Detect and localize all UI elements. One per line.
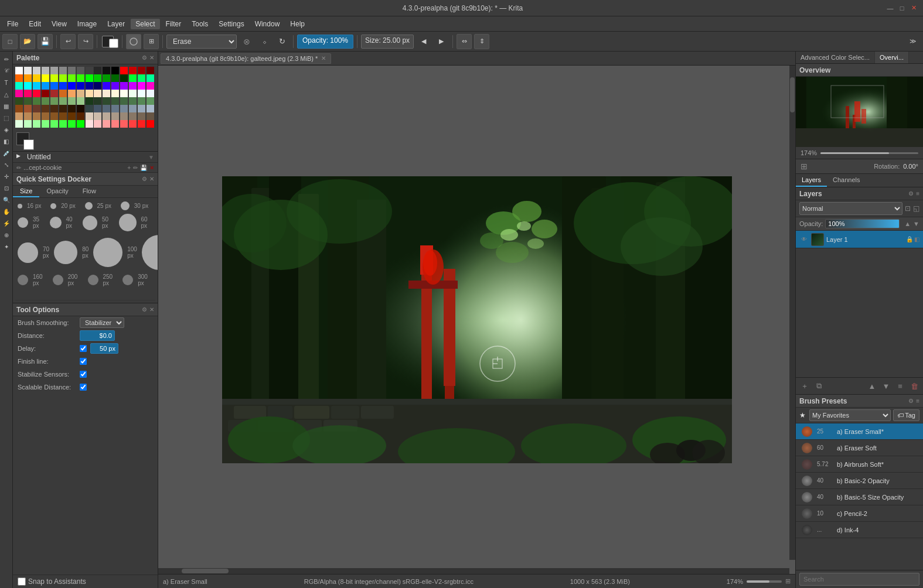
palette-color-68[interactable]: [50, 97, 58, 105]
brush-dot-160[interactable]: [18, 275, 28, 285]
palette-color-76[interactable]: [120, 97, 128, 105]
bg-color-button[interactable]: [109, 39, 118, 48]
menu-view[interactable]: View: [47, 19, 71, 29]
palette-color-124[interactable]: [120, 120, 128, 128]
snap-checkbox[interactable]: [18, 577, 26, 586]
palette-color-99[interactable]: [42, 112, 49, 120]
tab-layers[interactable]: Layers: [796, 174, 827, 187]
palette-color-48[interactable]: [15, 90, 23, 97]
palette-color-33[interactable]: [24, 82, 32, 90]
palette-color-6[interactable]: [68, 67, 76, 74]
tool-shapes[interactable]: △: [1, 89, 12, 100]
palette-color-10[interactable]: [103, 67, 110, 74]
close-button[interactable]: ✕: [909, 4, 918, 13]
brush-button[interactable]: [126, 34, 141, 49]
palette-color-95[interactable]: [147, 105, 154, 112]
palette-color-25[interactable]: [94, 74, 101, 82]
palette-color-97[interactable]: [24, 112, 32, 120]
palette-color-34[interactable]: [33, 82, 40, 90]
canvas-tab-active[interactable]: 4.3.0-prealpha (git 8c9b10e): galteed.jp…: [161, 53, 331, 64]
canvas-container[interactable]: [158, 66, 795, 574]
palette-color-86[interactable]: [68, 105, 76, 112]
palette-color-102[interactable]: [68, 112, 76, 120]
palette-color-112[interactable]: [15, 120, 23, 128]
palette-color-16[interactable]: [15, 74, 23, 82]
overview-image[interactable]: [796, 77, 923, 147]
grid-button[interactable]: ⊞: [144, 34, 159, 49]
mirror-h-button[interactable]: ⇔: [457, 34, 472, 49]
opacity-bar[interactable]: 100%: [825, 219, 900, 228]
palette-color-88[interactable]: [86, 105, 93, 112]
tool-filter[interactable]: ✦: [1, 241, 12, 252]
tab-overview[interactable]: Overvi...: [875, 52, 909, 63]
palette-color-30[interactable]: [138, 74, 145, 82]
brush-dot-20[interactable]: [50, 203, 56, 209]
canvas-tab-close[interactable]: ✕: [321, 55, 326, 61]
redo-button[interactable]: ↪: [78, 34, 93, 49]
brush-save-icon[interactable]: 💾: [140, 165, 147, 171]
palette-color-109[interactable]: [129, 112, 137, 120]
palette-color-107[interactable]: [111, 112, 119, 120]
qs-settings-icon[interactable]: ⚙: [142, 176, 147, 182]
palette-color-41[interactable]: [94, 82, 101, 90]
palette-color-58[interactable]: [103, 90, 110, 97]
status-expand-icon[interactable]: ⊞: [785, 577, 791, 585]
menu-settings[interactable]: Settings: [214, 19, 248, 29]
palette-color-28[interactable]: [120, 74, 128, 82]
palette-color-18[interactable]: [33, 74, 40, 82]
brush-preset-pencil2[interactable]: 10 c) Pencil-2: [796, 505, 923, 522]
brush-dot-50[interactable]: [83, 216, 97, 230]
palette-color-106[interactable]: [103, 112, 110, 120]
brush-dot-25[interactable]: [85, 202, 93, 210]
palette-color-111[interactable]: [147, 112, 154, 120]
layer-alpha-icon-1[interactable]: ◧: [914, 236, 919, 242]
menu-tools[interactable]: Tools: [187, 19, 213, 29]
size-decrement-button[interactable]: ◀: [416, 34, 431, 49]
palette-color-78[interactable]: [138, 97, 145, 105]
status-zoom-slider[interactable]: [747, 580, 782, 583]
layer-mask-icon[interactable]: ◱: [913, 204, 919, 213]
tab-size[interactable]: Size: [13, 186, 39, 197]
brush-dot-80[interactable]: [54, 241, 77, 264]
brush-dot-120[interactable]: [142, 235, 158, 270]
tool-pan[interactable]: ✋: [1, 206, 12, 217]
tool-eyedropper[interactable]: 💉: [1, 148, 12, 158]
palette-color-117[interactable]: [59, 120, 67, 128]
delay-input[interactable]: [90, 343, 118, 354]
brush-dot-200[interactable]: [53, 275, 63, 285]
palette-color-103[interactable]: [77, 112, 84, 120]
brush-preset-select[interactable]: Erase: [166, 35, 237, 49]
opacity-down-icon[interactable]: ▼: [913, 220, 919, 227]
tool-transform[interactable]: ⤡: [1, 159, 12, 170]
palette-color-113[interactable]: [24, 120, 32, 128]
layer-filter-icon[interactable]: ⊡: [905, 204, 911, 213]
palette-color-38[interactable]: [68, 82, 76, 90]
brush-dot-70[interactable]: [18, 242, 38, 263]
new-document-button[interactable]: □: [2, 34, 18, 49]
palette-color-96[interactable]: [15, 112, 23, 120]
palette-color-89[interactable]: [94, 105, 101, 112]
palette-color-53[interactable]: [59, 90, 67, 97]
menu-help[interactable]: Help: [285, 19, 309, 29]
palette-color-120[interactable]: [86, 120, 93, 128]
palette-color-20[interactable]: [50, 74, 58, 82]
undo-button[interactable]: ↩: [60, 34, 76, 49]
to-settings-icon[interactable]: ⚙: [142, 306, 147, 313]
brush-dot-300[interactable]: [122, 275, 133, 285]
brush-preset-eraser-soft[interactable]: 60 a) Eraser Soft: [796, 440, 923, 456]
palette-color-118[interactable]: [68, 120, 76, 128]
palette-settings-icon[interactable]: ⚙: [142, 54, 147, 61]
layer-expand-icon[interactable]: ▶: [16, 153, 25, 161]
layer-properties-button[interactable]: ≡: [894, 380, 907, 392]
rotation-expand-icon[interactable]: ⊞: [801, 162, 808, 171]
palette-color-45[interactable]: [129, 82, 137, 90]
palette-color-92[interactable]: [120, 105, 128, 112]
palette-color-7[interactable]: [77, 67, 84, 74]
palette-color-87[interactable]: [77, 105, 84, 112]
palette-color-17[interactable]: [24, 74, 32, 82]
palette-color-84[interactable]: [50, 105, 58, 112]
palette-color-81[interactable]: [24, 105, 32, 112]
tab-channels[interactable]: Channels: [827, 174, 866, 187]
layer-lock-icon-1[interactable]: 🔒: [906, 236, 913, 242]
palette-color-70[interactable]: [68, 97, 76, 105]
